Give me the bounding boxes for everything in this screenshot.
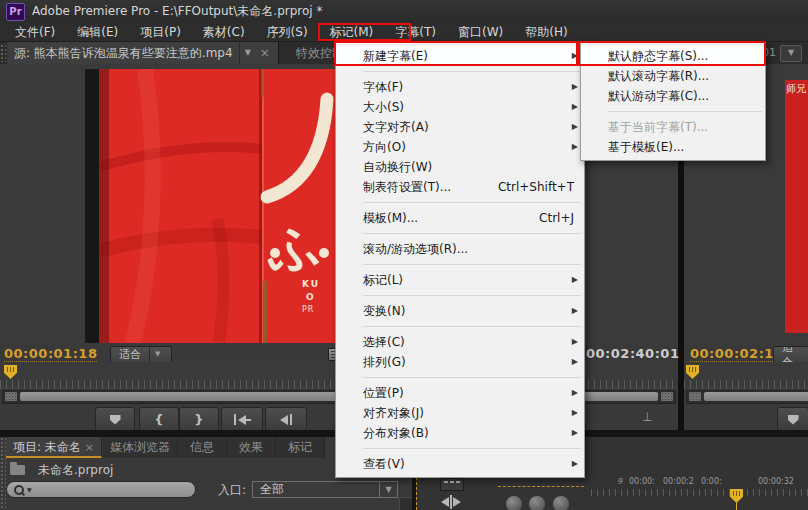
tab-close-icon[interactable]: × (81, 441, 94, 454)
menu-window[interactable]: 窗口(W) (447, 22, 514, 42)
tab-close-icon[interactable]: × (256, 42, 274, 64)
menu-edit[interactable]: 编辑(E) (66, 22, 129, 42)
scroll-grip-left[interactable] (5, 392, 17, 401)
tab-media-browser[interactable]: 媒体浏览器 (103, 437, 178, 458)
timeline-ruler-label: 00:00: (629, 477, 655, 486)
submenu-arrow-icon: ▶ (572, 332, 578, 352)
submenu-arrow-icon: ▶ (572, 454, 578, 474)
menu-project[interactable]: 项目(P) (129, 22, 192, 42)
menu-item-transform[interactable]: 变换(N)▶ (336, 301, 584, 321)
add-marker-button[interactable] (95, 407, 135, 432)
title-menu-dropdown: 新建字幕(E)▶ 字体(F)▶ 大小(S)▶ 文字对齐(A)▶ 方向(O)▶ 自… (335, 42, 585, 478)
submenu-arrow-icon: ▶ (572, 77, 578, 97)
menu-help[interactable]: 帮助(H) (514, 22, 578, 42)
menu-item-align-objects[interactable]: 对齐对象(J)▶ (336, 403, 584, 423)
menu-item-arrange[interactable]: 排列(G)▶ (336, 352, 584, 372)
shortcut-label: Ctrl+J (539, 208, 574, 228)
scroll-thumb[interactable] (704, 392, 808, 401)
submenu-arrow-icon: ▶ (572, 270, 578, 290)
mark-in-icon: { (154, 412, 163, 427)
panel-grip[interactable] (0, 44, 6, 62)
tab-markers[interactable]: 标记 (276, 437, 325, 458)
goto-in-button[interactable] (221, 407, 263, 432)
menu-item-orientation[interactable]: 方向(O)▶ (336, 137, 584, 157)
program-timecode[interactable]: 00:00:02:14 (690, 346, 783, 362)
source-playhead[interactable] (4, 365, 17, 379)
timeline-button[interactable] (529, 496, 545, 510)
project-folder-icon (10, 465, 25, 475)
menu-item-templates[interactable]: 模板(M)...Ctrl+J (336, 208, 584, 228)
tab-program-monitor[interactable]: 01 ▼ (762, 42, 802, 64)
tab-dropdown-icon[interactable]: ▼ (239, 42, 256, 64)
program-video-frame: 师兄 (785, 80, 808, 333)
menu-item-view[interactable]: 查看(V)▶ (336, 454, 584, 474)
timeline-button[interactable] (553, 496, 569, 510)
program-frame-text: 师兄 (786, 82, 806, 96)
menu-clip[interactable]: 素材(C) (192, 22, 256, 42)
project-file-name: 未命名.prproj (38, 462, 113, 479)
menu-item-distribute-objects[interactable]: 分布对象(B)▶ (336, 423, 584, 443)
tab-dropdown-icon[interactable]: ▼ (780, 45, 802, 62)
submenu-arrow-icon: ▶ (572, 117, 578, 137)
snap-toggle-button[interactable] (440, 478, 464, 491)
tab-source-monitor[interactable]: 源: 熊本熊告诉泡温泉有些要注意的.mp4 ▼ × (7, 42, 279, 64)
menu-item-position[interactable]: 位置(P)▶ (336, 383, 584, 403)
timeline-ruler-label: 00:00:2 (663, 477, 694, 486)
annotation-box-title-menu (318, 23, 411, 41)
menu-item-select[interactable]: 选择(C)▶ (336, 332, 584, 352)
menu-item-default-crawl[interactable]: 默认游动字幕(C)... (581, 86, 765, 106)
timeline-playhead[interactable] (730, 489, 743, 503)
menu-item-roll-crawl[interactable]: 滚动/游动选项(R)... (336, 239, 584, 259)
tab-effects[interactable]: 效果 (227, 437, 276, 458)
shortcut-label: Ctrl+Shift+T (498, 177, 574, 197)
svg-text:PR: PR (302, 305, 314, 314)
source-zoom-select[interactable]: 适合 ▼ (110, 346, 172, 363)
menu-file[interactable]: 文件(F) (4, 22, 66, 42)
svg-text:O: O (306, 292, 316, 302)
search-input[interactable]: ▼ (6, 481, 196, 498)
tab-project[interactable]: 项目: 未命名× (6, 437, 102, 458)
program-time-ruler[interactable] (684, 362, 808, 390)
source-timecode[interactable]: 00:00:01:18 (4, 346, 97, 362)
program-scrollbar[interactable] (686, 390, 808, 404)
add-marker-button[interactable] (777, 407, 808, 432)
menu-item-default-roll[interactable]: 默认滚动字幕(R)... (581, 66, 765, 86)
submenu-arrow-icon: ▶ (572, 301, 578, 321)
tab-label: 项目: 未命名 (13, 440, 81, 454)
premiere-window: Pr Adobe Premiere Pro - E:\FFOutput\未命名.… (0, 0, 808, 510)
scroll-grip-left[interactable] (689, 392, 701, 401)
menu-item-font[interactable]: 字体(F)▶ (336, 77, 584, 97)
mark-out-icon: } (194, 412, 203, 427)
menu-item-tab-stops[interactable]: 制表符设置(T)...Ctrl+Shift+T (336, 177, 584, 197)
program-playhead[interactable] (686, 365, 699, 379)
entry-filter-select[interactable]: 全部 ▼ (252, 481, 398, 498)
menu-item-logo[interactable]: 标记(L)▶ (336, 270, 584, 290)
annotation-box-new-title (334, 41, 580, 66)
menu-separator (363, 295, 581, 296)
window-title: Adobe Premiere Pro - E:\FFOutput\未命名.prp… (32, 0, 322, 22)
program-info-bar: 00:00:02:14 适合 (684, 345, 808, 362)
step-back-button[interactable] (265, 407, 307, 432)
mark-out-button[interactable]: } (179, 407, 219, 432)
program-zoom-select[interactable]: 适合 (773, 346, 808, 363)
timeline-button[interactable] (506, 496, 522, 510)
menu-item-type-align[interactable]: 文字对齐(A)▶ (336, 117, 584, 137)
view-toggle-button[interactable] (399, 497, 412, 510)
tab-info[interactable]: 信息 (178, 437, 227, 458)
track-select-tool-icon[interactable] (435, 494, 467, 509)
svg-text:ふ: ふ (266, 217, 321, 277)
scroll-grip-right[interactable] (661, 392, 673, 401)
timeline-ruler-label: 00:00:32 (758, 477, 794, 486)
menu-item-based-on-template[interactable]: 基于模板(E)... (581, 137, 765, 157)
menu-sequence[interactable]: 序列(S) (256, 22, 319, 42)
mark-in-button[interactable]: { (139, 407, 179, 432)
menu-item-size[interactable]: 大小(S)▶ (336, 97, 584, 117)
entry-filter-label: 入口: (218, 482, 246, 499)
playhead-line (736, 503, 737, 510)
source-duration: 00:02:40:01 (586, 346, 679, 361)
chevron-down-icon: ▼ (149, 347, 165, 362)
timeline-ruler[interactable] (591, 489, 808, 496)
menu-item-word-wrap[interactable]: 自动换行(W) (336, 157, 584, 177)
lift-button[interactable]: ⊥ (642, 410, 652, 424)
program-transport (684, 404, 808, 430)
